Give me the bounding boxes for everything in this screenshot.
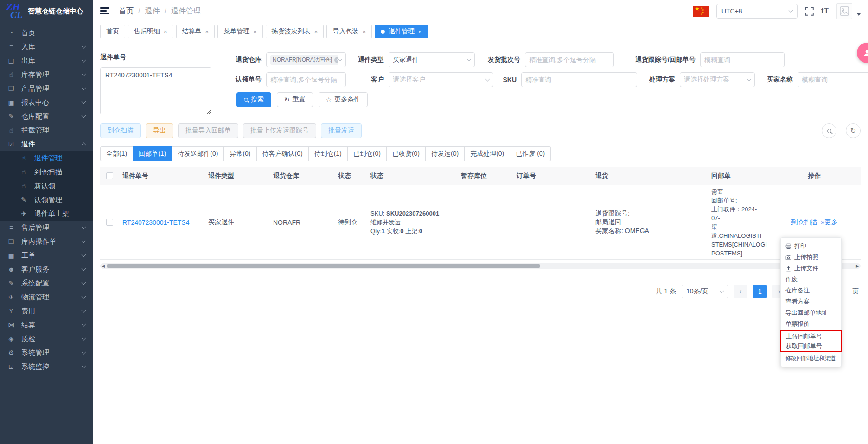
- close-icon[interactable]: ×: [253, 28, 257, 35]
- status-tab-abnormal[interactable]: 异常(0): [224, 146, 256, 161]
- sku-input[interactable]: [525, 76, 633, 83]
- china-flag-icon[interactable]: ★ ★ ★ ★ ★: [693, 6, 709, 17]
- menu-item-export-mail-address[interactable]: 导出回邮单地址: [781, 307, 841, 318]
- timezone-select[interactable]: UTC+8: [716, 4, 798, 19]
- sidebar-item-system-management[interactable]: ⚙ 系统管理: [0, 346, 93, 360]
- status-tab-pending-arrival[interactable]: 待到仓(1): [309, 146, 348, 161]
- tab-aftersale-detail[interactable]: 售后明细 ×: [128, 25, 173, 38]
- status-tab-pending-confirm[interactable]: 待客户确认(0): [257, 146, 309, 161]
- tab-picking-wave[interactable]: 拣货波次列表 ×: [266, 25, 324, 38]
- horizontal-scrollbar[interactable]: ◀ ▶: [100, 263, 861, 269]
- sidebar-item-system-monitor[interactable]: ⊡ 系统监控: [0, 360, 93, 374]
- reset-button[interactable]: ↻ 重置: [277, 92, 313, 107]
- tab-menu-management[interactable]: 菜单管理 ×: [217, 25, 263, 38]
- tab-settlement[interactable]: 结算单 ×: [176, 25, 215, 38]
- table-refresh-icon[interactable]: ↻: [846, 123, 861, 138]
- sidebar-item-inbound[interactable]: ≡ 入库: [0, 40, 93, 54]
- tag-close-icon[interactable]: ×: [334, 57, 338, 63]
- sidebar-subitem-return-shelving[interactable]: ✈ 退件单上架: [0, 207, 93, 221]
- current-page[interactable]: 1: [753, 285, 767, 298]
- sidebar-item-work-order[interactable]: ▦ 工单: [0, 248, 93, 262]
- sidebar-item-home[interactable]: ◔ 首页: [0, 26, 93, 40]
- sidebar-item-intercept[interactable]: ☝ 拦截管理: [0, 123, 93, 137]
- sidebar-item-customer-service[interactable]: ☻ 客户服务: [0, 262, 93, 276]
- close-icon[interactable]: ×: [418, 28, 422, 35]
- scroll-left-icon[interactable]: ◀: [102, 264, 105, 268]
- close-icon[interactable]: ×: [164, 28, 167, 35]
- sidebar-item-settlement[interactable]: ⋈ 结算: [0, 318, 93, 332]
- arrival-scan-link[interactable]: 到仓扫描: [791, 218, 817, 227]
- sidebar-item-logistics[interactable]: ✈ 物流管理: [0, 290, 93, 304]
- menu-item-print[interactable]: 打印: [781, 241, 841, 252]
- prev-page-button[interactable]: ‹: [734, 285, 747, 298]
- buyer-input[interactable]: [802, 76, 868, 83]
- more-actions-link[interactable]: »更多: [821, 218, 838, 227]
- claim-input[interactable]: [270, 76, 342, 83]
- return-type-select[interactable]: 买家退件: [389, 52, 475, 67]
- sidebar-item-outbound[interactable]: ▤ 出库: [0, 54, 93, 68]
- breadcrumb-home[interactable]: 首页: [119, 6, 134, 16]
- export-button[interactable]: 导出: [146, 123, 173, 138]
- status-tab-pending-ship[interactable]: 待发运(0): [426, 146, 465, 161]
- menu-item-upload-photo[interactable]: 上传拍照: [781, 252, 841, 263]
- menu-item-single-quote[interactable]: 单票报价: [781, 318, 841, 330]
- font-size-icon[interactable]: tT: [821, 7, 829, 15]
- status-tab-completed[interactable]: 完成处理(0): [465, 146, 510, 161]
- close-icon[interactable]: ×: [362, 28, 366, 35]
- avatar[interactable]: [836, 3, 852, 19]
- sidebar-item-aftersale[interactable]: ≡ 售后管理: [0, 221, 93, 235]
- sidebar-item-returns[interactable]: ☑ 退件: [0, 137, 93, 151]
- row-checkbox[interactable]: [106, 219, 113, 226]
- more-conditions-button[interactable]: ☆ 更多条件: [319, 92, 368, 107]
- bulk-ship-button[interactable]: 批量发运: [321, 123, 362, 138]
- status-tab-arrived[interactable]: 已到仓(0): [348, 146, 387, 161]
- status-tab-all[interactable]: 全部(1): [100, 146, 133, 161]
- menu-item-void[interactable]: 作废: [781, 274, 841, 285]
- tab-home[interactable]: 首页: [100, 25, 125, 38]
- status-tab-mail-order[interactable]: 回邮单(1): [133, 146, 172, 161]
- chevron-down-icon[interactable]: [857, 13, 861, 16]
- table-search-icon[interactable]: [822, 123, 836, 138]
- select-all-checkbox[interactable]: [106, 172, 113, 179]
- bulk-import-mail-button[interactable]: 批量导入回邮单: [178, 123, 238, 138]
- menu-item-view-plan[interactable]: 查看方案: [781, 296, 841, 307]
- menu-item-upload-mail-no[interactable]: 上传回邮单号: [781, 331, 841, 341]
- sidebar-item-product[interactable]: ❒ 产品管理: [0, 82, 93, 95]
- sidebar-subitem-arrival-scan[interactable]: ☝ 到仓扫描: [0, 165, 93, 179]
- tab-import-packing[interactable]: 导入包装 ×: [326, 25, 372, 38]
- menu-item-modify-mail-address[interactable]: 修改回邮地址和渠道: [781, 353, 841, 364]
- menu-item-warehouse-note[interactable]: 仓库备注: [781, 285, 841, 296]
- status-tab-pending-mail[interactable]: 待发送邮件(0): [172, 146, 224, 161]
- status-tab-received[interactable]: 已收货(0): [387, 146, 426, 161]
- batch-input[interactable]: [529, 56, 610, 63]
- customer-select[interactable]: 请选择客户: [389, 72, 493, 87]
- page-size-select[interactable]: 10条/页: [682, 285, 728, 298]
- sidebar-item-system-config[interactable]: ✎ 系统配置: [0, 276, 93, 290]
- status-tab-voided[interactable]: 已作废 (0): [510, 146, 551, 161]
- sidebar-item-reports[interactable]: ▣ 报表中心: [0, 95, 93, 109]
- menu-item-get-mail-no[interactable]: 获取回邮单号: [781, 341, 841, 351]
- plan-select[interactable]: 请选择处理方案: [680, 72, 755, 87]
- scroll-right-icon[interactable]: ▶: [856, 264, 859, 268]
- tracking-input[interactable]: [704, 56, 780, 63]
- arrival-scan-button[interactable]: 到仓扫描: [100, 123, 141, 138]
- sidebar-subitem-return-management[interactable]: ☝ 退件管理: [0, 151, 93, 165]
- search-button[interactable]: 搜索: [236, 92, 271, 107]
- breadcrumb-returns[interactable]: 退件: [145, 6, 160, 16]
- scrollbar-thumb[interactable]: [107, 264, 540, 268]
- sidebar-item-warehouse-config[interactable]: ✎ 仓库配置: [0, 109, 93, 123]
- collapse-menu-icon[interactable]: [100, 7, 109, 15]
- warehouse-select[interactable]: NORAFR[NORA法国仓] ×: [266, 52, 346, 67]
- sidebar-item-fees[interactable]: ¥ 费用: [0, 304, 93, 318]
- return-no-textarea[interactable]: RT2407230001-TETS4: [100, 67, 211, 114]
- fullscreen-icon[interactable]: [805, 7, 814, 16]
- sidebar-subitem-new-claim[interactable]: ☝ 新认领: [0, 179, 93, 193]
- sidebar-item-qc[interactable]: ◈ 质检: [0, 332, 93, 346]
- return-no-link[interactable]: RT2407230001-TETS4: [122, 219, 201, 226]
- sidebar-subitem-claim-management[interactable]: ✎ 认领管理: [0, 193, 93, 207]
- bulk-upload-tracking-button[interactable]: 批量上传发运跟踪号: [243, 123, 316, 138]
- close-icon[interactable]: ×: [314, 28, 318, 35]
- menu-item-upload-file[interactable]: 上传文件: [781, 263, 841, 274]
- tab-return-management[interactable]: 退件管理 ×: [375, 25, 428, 38]
- sidebar-item-warehouse-ops[interactable]: ❏ 库内操作单: [0, 235, 93, 248]
